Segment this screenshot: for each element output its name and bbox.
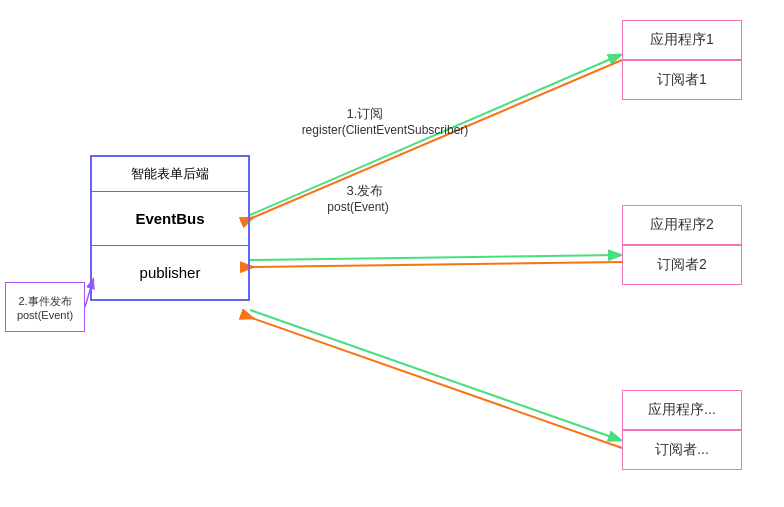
main-pub-label: publisher bbox=[92, 246, 248, 299]
svg-line-5 bbox=[250, 310, 620, 440]
svg-line-3 bbox=[250, 255, 620, 260]
svg-line-2 bbox=[252, 60, 622, 218]
svg-text:register(ClientEventSubscriber: register(ClientEventSubscriber) bbox=[302, 123, 469, 137]
main-bus-label: EventBus bbox=[92, 192, 248, 246]
sub-box-n: 订阅者... bbox=[622, 430, 742, 470]
svg-line-6 bbox=[252, 318, 622, 448]
svg-line-4 bbox=[252, 262, 622, 267]
app-box-2: 应用程序2 bbox=[622, 205, 742, 245]
svg-text:1.订阅: 1.订阅 bbox=[347, 106, 384, 121]
main-top-label: 智能表单后端 bbox=[92, 157, 248, 192]
sub-label-1: 订阅者1 bbox=[657, 71, 707, 89]
svg-text:post(Event): post(Event) bbox=[327, 200, 388, 214]
app-label-2: 应用程序2 bbox=[650, 216, 714, 234]
main-eventbus-container: 智能表单后端 EventBus publisher bbox=[90, 155, 250, 301]
sub-box-1: 订阅者1 bbox=[622, 60, 742, 100]
app-label-1: 应用程序1 bbox=[650, 31, 714, 49]
app-box-1: 应用程序1 bbox=[622, 20, 742, 60]
left-box-line1: 2.事件发布 bbox=[17, 294, 73, 309]
app-label-n: 应用程序... bbox=[648, 401, 716, 419]
sub-label-n: 订阅者... bbox=[655, 441, 709, 459]
sub-box-2: 订阅者2 bbox=[622, 245, 742, 285]
left-event-box: 2.事件发布 post(Event) bbox=[5, 282, 85, 332]
sub-label-2: 订阅者2 bbox=[657, 256, 707, 274]
svg-text:3.发布: 3.发布 bbox=[347, 183, 384, 198]
app-box-n: 应用程序... bbox=[622, 390, 742, 430]
left-box-line2: post(Event) bbox=[17, 309, 73, 321]
